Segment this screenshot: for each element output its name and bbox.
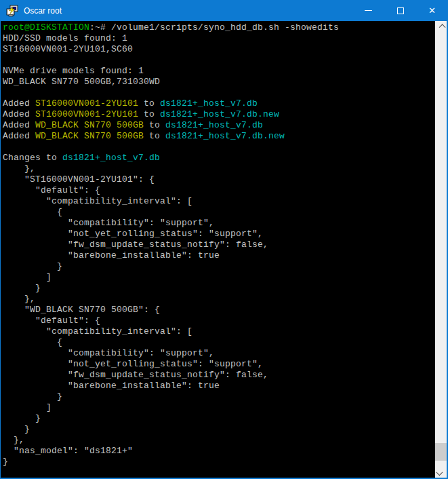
scrollbar-thumb[interactable] (435, 443, 447, 461)
close-icon: ✕ (428, 6, 436, 15)
terminal-line: ] (3, 402, 435, 413)
chevron-down-icon (436, 469, 443, 476)
terminal-line: }, (3, 294, 435, 305)
putty-window: Oscar root ✕ root@DISKSTATION:~# /volume… (0, 0, 448, 479)
terminal-line: { (3, 337, 435, 348)
terminal-line: "barebone_installable": true (3, 250, 435, 261)
terminal-line: } (3, 413, 435, 424)
terminal-line: "ST16000VN001-2YU101": { (3, 174, 435, 185)
terminal-line: } (3, 391, 435, 402)
terminal-line: "nas_model": "ds1821+" (3, 446, 435, 457)
window-title: Oscar root (24, 6, 352, 16)
terminal-line: Added ST16000VN001-2YU101 to ds1821+_hos… (3, 109, 435, 120)
terminal-line: "not_yet_rolling_status": "support", (3, 229, 435, 240)
terminal-line: Added ST16000VN001-2YU101 to ds1821+_hos… (3, 98, 435, 109)
terminal-line: Added WD_BLACK SN770 500GB to ds1821+_ho… (3, 131, 435, 142)
terminal-body: root@DISKSTATION:~# /volume1/scripts/syn… (0, 21, 448, 479)
terminal-line: "compatibility": "support", (3, 218, 435, 229)
terminal-line: }, (3, 435, 435, 446)
terminal-line (3, 55, 435, 66)
terminal-line: Changes to ds1821+_host_v7.db (3, 153, 435, 164)
terminal-line (3, 88, 435, 98)
titlebar[interactable]: Oscar root ✕ (0, 0, 448, 21)
scroll-down-button[interactable] (435, 466, 447, 478)
maximize-icon (397, 7, 404, 14)
terminal-line: "compatibility_interval": [ (3, 326, 435, 337)
terminal-line: "barebone_installable": true (3, 381, 435, 391)
terminal-line: "compatibility_interval": [ (3, 196, 435, 207)
terminal-line: ] (3, 272, 435, 283)
terminal-line: "default": { (3, 185, 435, 196)
close-button[interactable]: ✕ (416, 0, 448, 21)
terminal-line (3, 142, 435, 153)
terminal-line: Added WD_BLACK SN770 500GB to ds1821+_ho… (3, 120, 435, 131)
terminal-line: "fw_dsm_update_status_notify": false, (3, 370, 435, 381)
terminal-line: } (3, 283, 435, 294)
terminal-line: } (3, 424, 435, 435)
terminal-line: HDD/SSD models found: 1 (3, 33, 435, 44)
terminal-line: "WD_BLACK SN770 500GB": { (3, 305, 435, 315)
minimize-button[interactable] (352, 0, 384, 21)
minimize-icon (365, 10, 372, 11)
terminal-line: "not_yet_rolling_status": "support", (3, 359, 435, 370)
maximize-button[interactable] (384, 0, 416, 21)
terminal-line: "fw_dsm_update_status_notify": false, (3, 240, 435, 250)
terminal-line: } (3, 261, 435, 272)
window-controls: ✕ (352, 0, 448, 21)
terminal-line: "default": { (3, 315, 435, 326)
terminal-output[interactable]: root@DISKSTATION:~# /volume1/scripts/syn… (1, 21, 435, 478)
scroll-up-button[interactable] (435, 21, 447, 33)
putty-app-icon[interactable] (6, 5, 18, 17)
terminal-line: } (3, 457, 435, 467)
terminal-line: { (3, 207, 435, 218)
terminal-line: WD_BLACK SN770 500GB,731030WD (3, 77, 435, 88)
terminal-line: "compatibility": "support", (3, 348, 435, 359)
terminal-line: root@DISKSTATION:~# /volume1/scripts/syn… (3, 22, 435, 33)
chevron-up-icon (439, 24, 446, 31)
terminal-line: ST16000VN001-2YU101,SC60 (3, 44, 435, 55)
terminal-line: NVMe drive models found: 1 (3, 66, 435, 77)
scrollbar[interactable] (435, 21, 447, 478)
terminal-line: }, (3, 164, 435, 174)
terminal-line (3, 467, 435, 478)
